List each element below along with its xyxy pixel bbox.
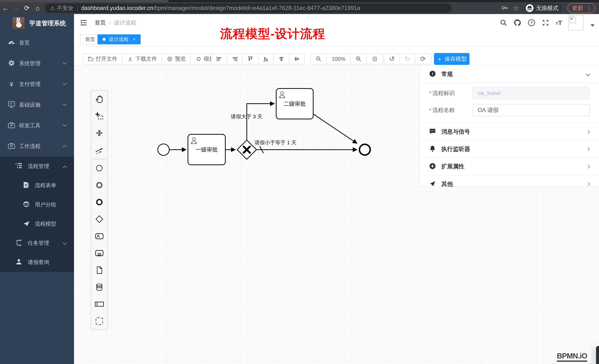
section-general[interactable]: i 常规 [420, 66, 599, 83]
flow-label-le[interactable]: 请假小于等于 1 天 [254, 140, 296, 145]
sidebar-item-process-mgmt[interactable]: 流程管理 [0, 157, 74, 176]
bookmark-star-icon[interactable]: ☆ [513, 4, 520, 12]
align-left-button[interactable] [212, 54, 227, 64]
active-tab-dot [103, 38, 106, 41]
tab-design-process[interactable]: 设计流程 × [97, 34, 141, 44]
align-bottom-button[interactable] [258, 54, 274, 64]
download-icon [127, 56, 133, 62]
svg-text:?: ? [530, 20, 533, 25]
chevron-down-icon [63, 102, 67, 106]
app-logo-row: 芋道管理系统 [0, 14, 74, 33]
branch-flow-icon [15, 239, 23, 248]
section-execution-listener[interactable]: 执行监听器 [420, 141, 599, 158]
app-logo-avatar [13, 17, 24, 30]
dashboard-icon [7, 38, 16, 48]
chevron-up-icon [63, 145, 67, 149]
user-task-level2[interactable]: 二级审批 [276, 88, 313, 119]
sidebar-item-user-group[interactable]: 用户分组 [0, 195, 74, 214]
user-task-level1[interactable]: 一级审批 [188, 134, 225, 165]
browser-reload-button[interactable]: ⟳ [21, 4, 32, 12]
process-name-input[interactable]: OA 请假 [473, 104, 590, 116]
incognito-label: 无痕模式 [536, 4, 558, 12]
avatar-caret-icon[interactable] [590, 24, 595, 27]
zoom-reset-button[interactable] [367, 54, 383, 64]
plus-icon: ＋ [437, 55, 442, 63]
process-key-input[interactable]: oa_leave [473, 87, 590, 99]
section-extended-attributes[interactable]: 扩展属性 [420, 158, 599, 175]
file-button-group: 打开文件 下载文件 预览 模拟 [82, 53, 220, 65]
section-other[interactable]: 其他 [420, 175, 599, 193]
toolbox-icon [7, 121, 16, 130]
sidebar-item-process-form[interactable]: 流程表单 [0, 176, 74, 195]
sidebar-item-devtools[interactable]: 研发工具 [0, 115, 74, 136]
start-event[interactable] [158, 144, 169, 155]
open-file-button[interactable]: 打开文件 [83, 54, 123, 64]
required-marker: * [429, 90, 432, 96]
sidebar-item-task-mgmt[interactable]: 任务管理 [0, 234, 74, 253]
sidebar-item-workflow[interactable]: 工作流程 [0, 136, 74, 157]
password-key-icon[interactable] [501, 4, 508, 12]
align-center-horizontal-button[interactable] [274, 54, 289, 64]
align-right-button[interactable] [227, 54, 243, 64]
chip-icon [196, 56, 202, 62]
url-path[interactable]: /bpm/manager/model/design?modelId=e4a1a1… [153, 5, 360, 11]
end-event[interactable] [360, 144, 370, 155]
breadcrumb: 首页 / 设计流程 [95, 19, 136, 27]
redo-button[interactable]: ↻ [400, 54, 415, 64]
security-label[interactable]: 不安全 [57, 4, 73, 12]
browser-home-button[interactable]: ⌂ [32, 4, 43, 12]
flow-label-gt[interactable]: 请假大于 3 天 [231, 114, 262, 119]
menu-dots-icon[interactable]: ⋮ [586, 5, 592, 12]
refresh-button[interactable]: ⟳ [415, 54, 431, 64]
save-model-button[interactable]: ＋ 保存模型 [434, 53, 469, 65]
bpmn-io-watermark[interactable]: BPMN.iO [557, 352, 587, 362]
sidebar-item-payment[interactable]: ¥ 支付管理 [0, 74, 74, 95]
flow-task2-to-end[interactable] [314, 114, 357, 143]
browser-back-button[interactable]: ← [0, 4, 11, 12]
monitor-icon [7, 101, 16, 110]
incognito-badge: 无痕模式 [524, 3, 563, 13]
exclusive-gateway[interactable] [237, 140, 256, 159]
search-icon[interactable] [500, 19, 507, 26]
corner-notch [596, 346, 599, 364]
sidebar-item-infra[interactable]: 基础设施 [0, 95, 74, 115]
breadcrumb-home[interactable]: 首页 [95, 19, 106, 27]
help-icon[interactable]: ? [528, 19, 535, 27]
user-avatar[interactable] [568, 15, 583, 30]
sidebar-item-process-model[interactable]: 流程模型 [0, 214, 74, 234]
sidebar-item-system[interactable]: 系统管理 [0, 53, 74, 74]
tab-close-icon[interactable]: × [133, 37, 135, 42]
github-icon[interactable] [513, 19, 521, 27]
zoom-level[interactable]: 100% [327, 54, 351, 64]
sidebar-fold-icon[interactable] [79, 19, 88, 27]
address-bar[interactable]: ⚠ 不安全 dashboard.yudao.iocoder.cn/bpm/man… [45, 3, 452, 13]
sidebar-item-leave-query[interactable]: 请假查询 [0, 253, 74, 272]
preview-button[interactable]: 预览 [162, 54, 191, 64]
chevron-down-icon [63, 60, 67, 65]
flow-gateway-to-task2[interactable] [247, 104, 274, 140]
url-host[interactable]: dashboard.yudao.iocoder.cn [81, 5, 153, 11]
briefcase-icon [7, 142, 16, 151]
undo-button[interactable]: ↺ [384, 54, 400, 64]
chevron-down-icon [63, 81, 67, 85]
tab-home[interactable]: 首页 [80, 34, 100, 44]
chevron-down-icon [586, 72, 590, 76]
gear-icon [7, 59, 16, 68]
browser-tab-strip [0, 0, 599, 2]
browser-forward-button[interactable]: → [11, 4, 21, 12]
download-file-button[interactable]: 下载文件 [123, 54, 162, 64]
section-message-signal[interactable]: 消息与信号 [420, 123, 599, 141]
properties-panel: i 常规 *流程标识 oa_leave *流程名称 OA 请假 消息与信号 [420, 66, 599, 187]
browser-update-menu[interactable]: 更新 ⋮ [568, 3, 595, 13]
align-center-vertical-button[interactable] [289, 54, 305, 64]
form-edit-icon [22, 181, 30, 190]
font-size-icon[interactable]: TT [556, 19, 562, 26]
zoom-out-button[interactable] [311, 54, 327, 64]
update-label[interactable]: 更新 [572, 4, 583, 12]
zoom-in-button[interactable] [351, 54, 367, 64]
sidebar-item-home[interactable]: 首页 [0, 33, 74, 53]
align-top-button[interactable] [243, 54, 258, 64]
fullscreen-icon[interactable] [542, 19, 549, 27]
chevron-right-icon [586, 182, 590, 186]
zoom-button-group: 100% [310, 53, 383, 65]
